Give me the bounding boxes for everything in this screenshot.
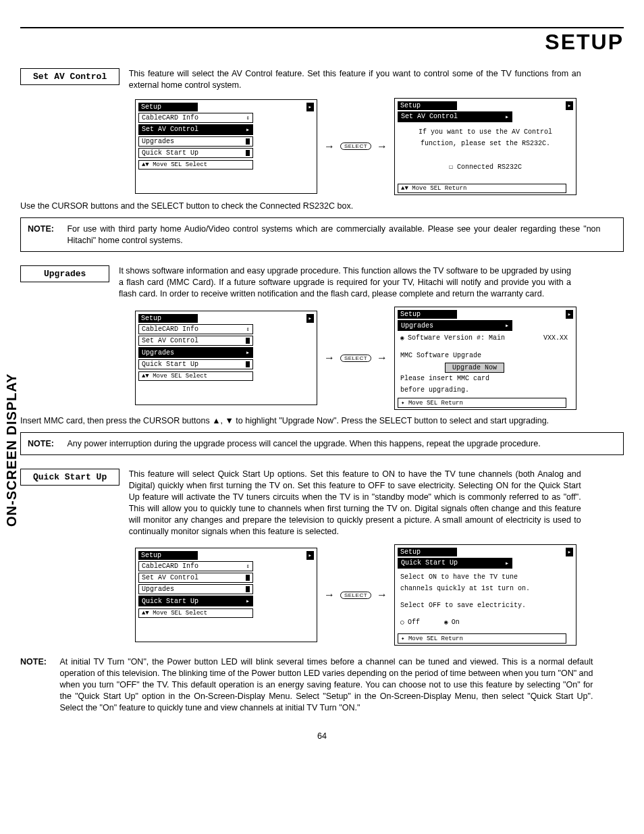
chevron-right-icon: ▸ xyxy=(566,548,573,556)
menu-item[interactable]: Quick Start Up▸ xyxy=(138,596,253,606)
select-button-icon: SELECT xyxy=(340,142,371,150)
menu-item[interactable]: Upgrades▸ xyxy=(138,347,253,358)
chevron-right-icon: ▸ xyxy=(306,314,314,323)
chevron-right-icon: ▸ xyxy=(566,310,573,319)
arrow-right-icon: → xyxy=(377,589,387,601)
up-osd-left: Setup▸ CableCARD Info⇕ Set AV Control Up… xyxy=(135,311,317,405)
select-button-icon: SELECT xyxy=(340,355,371,362)
off-radio[interactable]: Off xyxy=(400,619,420,626)
av-desc: This feature will select the AV Control … xyxy=(129,68,581,91)
upgrades-desc: It shows software information and easy u… xyxy=(119,265,571,300)
arrow-right-icon: → xyxy=(324,352,335,364)
osd-hint: ▲▼ Move SEL Select xyxy=(138,371,253,381)
menu-subtitle: Set AV Control▸ xyxy=(398,111,512,122)
osd-msg: Please insert MMC card xyxy=(398,373,573,384)
av-box-label: Set AV Control xyxy=(20,68,119,85)
arrow-right-icon: → xyxy=(377,140,387,153)
arrow-right-icon: → xyxy=(324,140,335,153)
osd-hint: ✦ Move SEL Return xyxy=(398,398,566,408)
page-number: 64 xyxy=(20,731,624,741)
arrow-chain: → SELECT → xyxy=(324,352,387,364)
osd-hint: ▲▼ Move SEL Return xyxy=(398,184,566,193)
menu-item[interactable]: Upgrades xyxy=(138,136,253,147)
menu-item[interactable]: Quick Start Up xyxy=(138,359,253,369)
quickstart-box-label: Quick Start Up xyxy=(20,469,119,486)
menu-subtitle: Quick Start Up▸ xyxy=(398,558,512,569)
menu-item[interactable]: Quick Start Up xyxy=(138,148,253,158)
osd-title: Setup xyxy=(138,551,198,560)
menu-subtitle: Upgrades▸ xyxy=(398,320,512,331)
upgrades-box-label: Upgrades xyxy=(20,265,109,282)
osd-msg: Select ON to have the TV tune xyxy=(398,571,573,583)
av-osd-right: Setup▸ Set AV Control▸ If you want to us… xyxy=(394,98,576,195)
arrow-right-icon: → xyxy=(377,352,387,364)
osd-msg: before upgrading. xyxy=(398,384,573,396)
quickstart-radio-group[interactable]: Off On xyxy=(398,617,573,629)
osd-title: Setup xyxy=(138,103,198,111)
chapter-title: SETUP xyxy=(20,30,624,55)
chevron-right-icon: ▸ xyxy=(566,101,573,110)
qs-note: NOTE: At initial TV Turn "ON", the Power… xyxy=(20,651,624,719)
note-text: Any power interruption during the upgrad… xyxy=(67,438,600,450)
osd-title: Setup xyxy=(398,101,457,110)
note-text: For use with third party home Audio/Vide… xyxy=(67,224,600,246)
select-button-icon: SELECT xyxy=(340,592,371,599)
note-label: NOTE: xyxy=(28,224,65,235)
on-radio[interactable]: On xyxy=(444,619,460,626)
osd-title: Setup xyxy=(138,314,198,323)
av-osd-left: Setup▸ CableCARD Info⇕ Set AV Control▸ U… xyxy=(135,99,317,194)
osd-msg: channels quickly at 1st turn on. xyxy=(398,583,573,594)
menu-item[interactable]: CableCARD Info⇕ xyxy=(138,324,253,334)
chevron-right-icon: ▸ xyxy=(306,551,314,560)
menu-item[interactable]: Set AV Control xyxy=(138,336,253,346)
arrow-chain: → SELECT → xyxy=(324,589,387,601)
menu-item[interactable]: CableCARD Info⇕ xyxy=(138,561,253,571)
qs-osd-right: Setup▸ Quick Start Up▸ Select ON to have… xyxy=(394,544,576,646)
up-note: NOTE: Any power interruption during the … xyxy=(20,432,624,456)
note-text: At initial TV Turn "ON", the Power butto… xyxy=(59,656,593,713)
upgrade-now-button[interactable]: Upgrade Now xyxy=(445,363,504,373)
osd-msg: Select OFF to save electricity. xyxy=(398,600,573,611)
note-label: NOTE: xyxy=(20,656,57,668)
osd-hint: ▲▼ Move SEL Select xyxy=(138,608,253,618)
chevron-right-icon: ▸ xyxy=(306,103,314,111)
menu-item[interactable]: Set AV Control xyxy=(138,573,253,583)
osd-hint: ▲▼ Move SEL Select xyxy=(138,160,253,170)
menu-item[interactable]: Upgrades xyxy=(138,584,253,594)
av-note: NOTE: For use with third party home Audi… xyxy=(20,217,624,253)
osd-msg: function, please set the RS232C. xyxy=(398,138,573,149)
osd-msg: If you want to use the AV Control xyxy=(398,126,573,138)
av-after-text: Use the CURSOR buttons and the SELECT bu… xyxy=(20,201,624,212)
qs-osd-left: Setup▸ CableCARD Info⇕ Set AV Control Up… xyxy=(135,548,317,642)
software-version-row: Software Version #: MainVXX.XX xyxy=(398,332,573,344)
arrow-chain: → SELECT → xyxy=(324,140,387,153)
osd-hint: ✦ Move SEL Return xyxy=(398,633,566,644)
note-label: NOTE: xyxy=(28,438,65,450)
sidebar-label: ON-SCREEN DISPLAY xyxy=(4,373,20,527)
menu-item[interactable]: CableCARD Info⇕ xyxy=(138,113,253,123)
arrow-right-icon: → xyxy=(324,589,335,601)
up-osd-right: Setup▸ Upgrades▸ Software Version #: Mai… xyxy=(394,307,576,410)
osd-msg: MMC Software Upgrade xyxy=(398,350,573,361)
rs232c-checkbox[interactable]: Connected RS232C xyxy=(398,161,573,173)
menu-item[interactable]: Set AV Control▸ xyxy=(138,124,253,135)
osd-title: Setup xyxy=(398,548,457,556)
osd-title: Setup xyxy=(398,310,457,319)
up-after-text: Insert MMC card, then press the CURSOR b… xyxy=(20,415,624,427)
quickstart-desc: This feature will select Quick Start Up … xyxy=(129,469,581,537)
